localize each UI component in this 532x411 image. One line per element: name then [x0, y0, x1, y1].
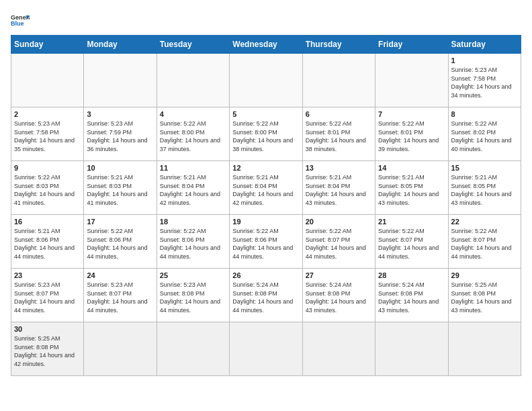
calendar-day-cell: 3Sunrise: 5:23 AM Sunset: 7:59 PM Daylig…	[84, 107, 157, 161]
calendar-day-cell: 18Sunrise: 5:22 AM Sunset: 8:06 PM Dayli…	[157, 215, 229, 269]
calendar-day-cell: 13Sunrise: 5:21 AM Sunset: 8:04 PM Dayli…	[302, 161, 375, 215]
calendar-day-cell: 11Sunrise: 5:21 AM Sunset: 8:04 PM Dayli…	[157, 161, 229, 215]
day-info: Sunrise: 5:22 AM Sunset: 8:00 PM Dayligh…	[232, 120, 299, 153]
day-info: Sunrise: 5:21 AM Sunset: 8:05 PM Dayligh…	[451, 173, 518, 207]
day-info: Sunrise: 5:21 AM Sunset: 8:04 PM Dayligh…	[160, 173, 226, 207]
weekday-header-monday: Monday	[84, 36, 157, 54]
calendar-week-row: 16Sunrise: 5:21 AM Sunset: 8:06 PM Dayli…	[11, 215, 521, 269]
day-number: 16	[14, 218, 81, 226]
logo-area: General Blue	[11, 11, 30, 30]
day-number: 2	[14, 110, 81, 118]
calendar-day-cell: 26Sunrise: 5:24 AM Sunset: 8:08 PM Dayli…	[230, 269, 302, 322]
day-info: Sunrise: 5:23 AM Sunset: 7:58 PM Dayligh…	[451, 66, 518, 99]
weekday-header-sunday: Sunday	[11, 36, 84, 54]
calendar-day-cell: 15Sunrise: 5:21 AM Sunset: 8:05 PM Dayli…	[448, 161, 521, 215]
calendar-day-cell: 1Sunrise: 5:23 AM Sunset: 7:58 PM Daylig…	[448, 54, 521, 107]
day-number: 8	[451, 110, 518, 118]
day-info: Sunrise: 5:22 AM Sunset: 8:06 PM Dayligh…	[232, 227, 299, 261]
weekday-header-friday: Friday	[375, 36, 448, 54]
day-number: 4	[160, 110, 226, 118]
day-number: 6	[306, 110, 372, 118]
generalblue-logo-icon: General Blue	[11, 11, 30, 30]
calendar-day-cell	[230, 54, 302, 107]
day-number: 11	[160, 164, 226, 172]
day-info: Sunrise: 5:22 AM Sunset: 8:06 PM Dayligh…	[87, 227, 153, 261]
calendar-day-cell: 28Sunrise: 5:24 AM Sunset: 8:08 PM Dayli…	[375, 269, 448, 322]
day-info: Sunrise: 5:23 AM Sunset: 7:59 PM Dayligh…	[87, 120, 153, 153]
calendar-week-row: 9Sunrise: 5:22 AM Sunset: 8:03 PM Daylig…	[11, 161, 521, 215]
weekday-header-tuesday: Tuesday	[157, 36, 229, 54]
calendar-day-cell: 7Sunrise: 5:22 AM Sunset: 8:01 PM Daylig…	[375, 107, 448, 161]
calendar-day-cell: 25Sunrise: 5:23 AM Sunset: 8:08 PM Dayli…	[157, 269, 229, 322]
calendar-day-cell: 23Sunrise: 5:23 AM Sunset: 8:07 PM Dayli…	[11, 269, 84, 322]
calendar-day-cell	[84, 322, 157, 376]
calendar-day-cell: 4Sunrise: 5:22 AM Sunset: 8:00 PM Daylig…	[157, 107, 229, 161]
calendar-day-cell: 6Sunrise: 5:22 AM Sunset: 8:01 PM Daylig…	[302, 107, 375, 161]
day-number: 20	[306, 218, 372, 226]
day-number: 15	[451, 164, 518, 172]
day-info: Sunrise: 5:22 AM Sunset: 8:07 PM Dayligh…	[451, 227, 518, 261]
day-info: Sunrise: 5:21 AM Sunset: 8:04 PM Dayligh…	[232, 173, 299, 207]
calendar-week-row: 1Sunrise: 5:23 AM Sunset: 7:58 PM Daylig…	[11, 54, 521, 107]
day-info: Sunrise: 5:23 AM Sunset: 7:58 PM Dayligh…	[14, 120, 81, 153]
day-number: 10	[87, 164, 153, 172]
calendar-day-cell	[375, 54, 448, 107]
weekday-header-row: SundayMondayTuesdayWednesdayThursdayFrid…	[11, 36, 521, 54]
calendar-day-cell: 17Sunrise: 5:22 AM Sunset: 8:06 PM Dayli…	[84, 215, 157, 269]
day-number: 9	[14, 164, 81, 172]
calendar-day-cell	[448, 322, 521, 376]
day-number: 12	[232, 164, 299, 172]
day-info: Sunrise: 5:24 AM Sunset: 8:08 PM Dayligh…	[378, 281, 445, 314]
weekday-header-thursday: Thursday	[302, 36, 375, 54]
calendar-day-cell: 2Sunrise: 5:23 AM Sunset: 7:58 PM Daylig…	[11, 107, 84, 161]
day-info: Sunrise: 5:22 AM Sunset: 8:07 PM Dayligh…	[378, 227, 445, 261]
calendar-day-cell: 10Sunrise: 5:21 AM Sunset: 8:03 PM Dayli…	[84, 161, 157, 215]
calendar-day-cell: 24Sunrise: 5:23 AM Sunset: 8:07 PM Dayli…	[84, 269, 157, 322]
day-number: 30	[14, 325, 81, 333]
calendar-day-cell	[302, 322, 375, 376]
calendar-day-cell	[230, 322, 302, 376]
day-info: Sunrise: 5:22 AM Sunset: 8:02 PM Dayligh…	[451, 120, 518, 153]
day-info: Sunrise: 5:22 AM Sunset: 8:00 PM Dayligh…	[160, 120, 226, 153]
calendar-container: General Blue SundayMondayTuesdayWednesda…	[0, 0, 532, 411]
day-number: 19	[232, 218, 299, 226]
calendar-day-cell: 27Sunrise: 5:24 AM Sunset: 8:08 PM Dayli…	[302, 269, 375, 322]
day-number: 22	[451, 218, 518, 226]
calendar-day-cell	[157, 54, 229, 107]
day-info: Sunrise: 5:22 AM Sunset: 8:07 PM Dayligh…	[306, 227, 372, 261]
day-number: 14	[378, 164, 445, 172]
day-info: Sunrise: 5:22 AM Sunset: 8:01 PM Dayligh…	[306, 120, 372, 153]
day-info: Sunrise: 5:21 AM Sunset: 8:04 PM Dayligh…	[306, 173, 372, 207]
calendar-day-cell	[157, 322, 229, 376]
day-number: 21	[378, 218, 445, 226]
calendar-day-cell	[302, 54, 375, 107]
day-number: 27	[306, 271, 372, 279]
day-number: 29	[451, 271, 518, 279]
day-info: Sunrise: 5:23 AM Sunset: 8:07 PM Dayligh…	[14, 281, 81, 314]
day-number: 18	[160, 218, 226, 226]
day-info: Sunrise: 5:22 AM Sunset: 8:06 PM Dayligh…	[160, 227, 226, 261]
calendar-day-cell: 19Sunrise: 5:22 AM Sunset: 8:06 PM Dayli…	[230, 215, 302, 269]
day-info: Sunrise: 5:21 AM Sunset: 8:05 PM Dayligh…	[378, 173, 445, 207]
calendar-day-cell: 5Sunrise: 5:22 AM Sunset: 8:00 PM Daylig…	[230, 107, 302, 161]
calendar-day-cell: 20Sunrise: 5:22 AM Sunset: 8:07 PM Dayli…	[302, 215, 375, 269]
day-info: Sunrise: 5:21 AM Sunset: 8:03 PM Dayligh…	[87, 173, 153, 207]
day-info: Sunrise: 5:22 AM Sunset: 8:01 PM Dayligh…	[378, 120, 445, 153]
calendar-table: SundayMondayTuesdayWednesdayThursdayFrid…	[11, 35, 521, 376]
calendar-day-cell: 21Sunrise: 5:22 AM Sunset: 8:07 PM Dayli…	[375, 215, 448, 269]
header-row: General Blue	[11, 11, 521, 30]
day-info: Sunrise: 5:21 AM Sunset: 8:06 PM Dayligh…	[14, 227, 81, 261]
day-number: 28	[378, 271, 445, 279]
calendar-day-cell: 22Sunrise: 5:22 AM Sunset: 8:07 PM Dayli…	[448, 215, 521, 269]
day-number: 1	[451, 56, 518, 64]
calendar-day-cell	[11, 54, 84, 107]
calendar-day-cell: 12Sunrise: 5:21 AM Sunset: 8:04 PM Dayli…	[230, 161, 302, 215]
day-number: 5	[232, 110, 299, 118]
calendar-day-cell: 8Sunrise: 5:22 AM Sunset: 8:02 PM Daylig…	[448, 107, 521, 161]
day-info: Sunrise: 5:23 AM Sunset: 8:07 PM Dayligh…	[87, 281, 153, 314]
calendar-week-row: 30Sunrise: 5:25 AM Sunset: 8:08 PM Dayli…	[11, 322, 521, 376]
calendar-day-cell: 16Sunrise: 5:21 AM Sunset: 8:06 PM Dayli…	[11, 215, 84, 269]
day-number: 23	[14, 271, 81, 279]
calendar-day-cell	[84, 54, 157, 107]
svg-text:Blue: Blue	[11, 20, 24, 27]
